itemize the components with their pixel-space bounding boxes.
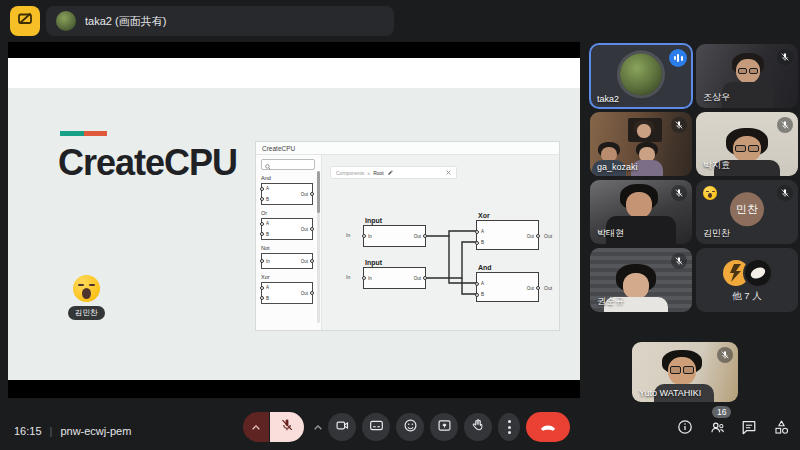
- meet-window: taka2 (画面共有) CreateCPU 김민찬 CreateCPU: [0, 0, 800, 450]
- close-icon: [446, 170, 451, 176]
- palette-scrollbar: [317, 171, 320, 323]
- smiley-icon: [403, 418, 418, 437]
- palette-item-or: A B Out: [261, 218, 313, 240]
- open-mouth-emoji-icon: [703, 186, 717, 200]
- mic-options-button[interactable]: [243, 412, 269, 442]
- mic-off-icon: [777, 117, 793, 133]
- mic-off-icon: [777, 49, 793, 65]
- app-title: CreateCPU: [256, 142, 559, 155]
- end-call-button[interactable]: [526, 412, 570, 442]
- phone-hangup-icon: [539, 418, 557, 436]
- palette-item-not: In Out: [261, 253, 313, 269]
- ext-label-and-out: Out: [544, 285, 552, 291]
- palette-item-not-label: Not: [261, 245, 315, 251]
- open-mouth-emoji-icon: [73, 275, 100, 302]
- chat-icon: [741, 419, 757, 435]
- screen-share-pill: taka2 (画面共有): [46, 6, 394, 36]
- presenting-indicator-button[interactable]: [10, 6, 40, 36]
- present-screen-icon: [437, 418, 452, 437]
- circuit-canvas: Components » Root In Input: [322, 155, 559, 330]
- tile-kwonsungyu[interactable]: 권순규: [590, 248, 692, 312]
- reaction-user-name: 김민찬: [68, 306, 105, 320]
- tile-parktaehyun[interactable]: 박태현: [590, 180, 692, 244]
- mic-toggle-button[interactable]: [270, 412, 304, 442]
- breadcrumb: Components » Root: [330, 166, 457, 179]
- palette-search-input: [261, 159, 315, 170]
- participant-name: 조상우: [703, 91, 730, 104]
- accent-orange-segment: [84, 131, 107, 136]
- participant-name: taka2: [597, 94, 619, 104]
- info-icon: [677, 419, 693, 435]
- ext-label-in1: In: [346, 232, 350, 238]
- meeting-details-button[interactable]: [676, 418, 694, 436]
- block-xor: Xor A B Out: [476, 220, 539, 250]
- accent-teal-segment: [60, 131, 84, 136]
- avatar: [620, 53, 662, 95]
- hand-icon: [471, 418, 485, 436]
- participant-name: ga_kozaki: [597, 162, 638, 172]
- block-input-2: Input In Out: [363, 267, 426, 289]
- breadcrumb-parent: Components: [336, 170, 364, 176]
- slide-accent-bar: [60, 131, 107, 136]
- call-controls: [243, 412, 570, 442]
- presenter-avatar: [56, 11, 76, 31]
- presenter-label: taka2 (画面共有): [85, 14, 166, 29]
- captions-icon: [369, 418, 384, 437]
- palette-item-or-label: Or: [261, 210, 315, 216]
- slide-title: CreateCPU: [58, 142, 237, 184]
- tile-yuto-watahiki[interactable]: Yuto WATAHIKI: [632, 342, 738, 402]
- others-count-label: 他 7 人: [696, 290, 798, 303]
- breadcrumb-current: Root: [373, 170, 384, 176]
- activities-panel-button[interactable]: [772, 418, 790, 436]
- participant-name: 박태현: [597, 227, 624, 240]
- palette-item-and-label: And: [261, 175, 315, 181]
- palette-item-xor-label: Xor: [261, 274, 315, 280]
- tile-josangwoo[interactable]: 조상우: [696, 44, 798, 108]
- mic-off-icon: [777, 185, 793, 201]
- participant-count-badge: 16: [712, 406, 731, 418]
- captions-button[interactable]: [362, 413, 390, 441]
- tile-taka2[interactable]: taka2: [590, 44, 692, 108]
- createcpu-app-card: CreateCPU And A B Out Or: [255, 141, 560, 331]
- mic-off-icon: [280, 418, 294, 436]
- ext-label-xor-out: Out: [544, 233, 552, 239]
- camera-icon: [335, 418, 350, 437]
- mic-off-icon: [671, 253, 687, 269]
- shared-screen-region[interactable]: CreateCPU 김민찬 CreateCPU And A: [8, 42, 580, 398]
- tile-ga-kozaki[interactable]: ga_kozaki: [590, 112, 692, 176]
- chat-panel-button[interactable]: [740, 418, 758, 436]
- mic-off-icon: [671, 185, 687, 201]
- search-icon: [265, 156, 271, 174]
- avatar: 민찬: [730, 192, 764, 226]
- people-panel-button[interactable]: 16: [708, 418, 726, 436]
- overflow-avatar-2: [745, 260, 771, 286]
- ext-label-in2: In: [346, 274, 350, 280]
- slide-top-margin: [8, 58, 580, 88]
- tile-kimminchan[interactable]: 민찬 김민찬: [696, 180, 798, 244]
- camera-options-button[interactable]: [310, 412, 326, 442]
- people-icon: [709, 419, 726, 436]
- audio-level-icon: [669, 49, 687, 67]
- meeting-info: 16:15 | pnw-ecwj-pem: [14, 425, 131, 437]
- mic-off-icon: [671, 117, 687, 133]
- palette-item-xor: A B Out: [261, 282, 313, 304]
- mic-off-icon: [717, 347, 733, 363]
- block-input-1: Input In Out: [363, 225, 426, 247]
- participant-name: 권순규: [597, 295, 624, 308]
- palette-item-and: A B Out: [261, 183, 313, 205]
- raise-hand-button[interactable]: [464, 413, 492, 441]
- breadcrumb-separator: »: [367, 170, 370, 176]
- presentation-off-icon: [17, 11, 33, 31]
- tile-others-overflow[interactable]: 他 7 人: [696, 248, 798, 312]
- present-screen-button[interactable]: [430, 413, 458, 441]
- reactions-button[interactable]: [396, 413, 424, 441]
- more-options-icon: [508, 420, 511, 434]
- panel-buttons: 16: [676, 418, 790, 436]
- participant-name: 박지효: [703, 159, 730, 172]
- more-options-button[interactable]: [498, 413, 520, 441]
- block-and: And A B Out: [476, 272, 539, 302]
- tile-parkjihyo[interactable]: 박지효: [696, 112, 798, 176]
- camera-toggle-button[interactable]: [328, 413, 356, 441]
- participant-name: 김민찬: [703, 227, 730, 240]
- clock-time: 16:15: [14, 425, 42, 437]
